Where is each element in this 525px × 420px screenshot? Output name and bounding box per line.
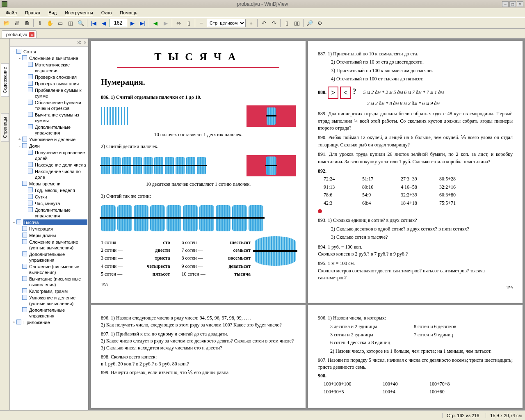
fit-page-icon[interactable]: ▯: [184, 18, 194, 28]
settings-icon[interactable]: ⚙: [315, 18, 325, 28]
outline-item[interactable]: Дополнительные упражнения: [11, 207, 87, 219]
outline-item[interactable]: Математические выражения: [11, 62, 87, 74]
panel-close-icon[interactable]: ×: [84, 40, 87, 46]
outline-item[interactable]: Дополнительные упражнения: [11, 251, 87, 263]
outline-item[interactable]: Вычитание (письменные вычисления): [11, 276, 87, 288]
outline-item[interactable]: Час, минута: [11, 200, 87, 207]
thousand-illustration: [255, 236, 296, 266]
tab-document[interactable]: proba.djvu ×: [2, 30, 37, 38]
outline-item[interactable]: Обозначение буквами точек и отрезков: [11, 99, 87, 112]
rotate-left-icon[interactable]: ↶: [259, 18, 269, 28]
menu-edit[interactable]: Правка: [22, 9, 43, 16]
close-tab-icon[interactable]: ×: [29, 32, 34, 37]
panel-gear-icon[interactable]: ✲: [77, 40, 81, 46]
outline-item[interactable]: Прибавление суммы к сумме: [11, 87, 87, 99]
window-title: proba.djvu - WinDjView: [237, 1, 288, 7]
outline-item[interactable]: Сложение (письменные вычисления): [11, 263, 87, 276]
outline-item[interactable]: Нахождение числа по доле: [11, 168, 87, 180]
forward-icon[interactable]: ▶: [161, 18, 171, 28]
menu-tools[interactable]: Инструменты: [62, 9, 96, 16]
info-icon[interactable]: ℹ: [35, 18, 45, 28]
hand-icon[interactable]: ✋: [45, 18, 55, 28]
outline-item[interactable]: Дополнительные упражнения: [11, 124, 87, 136]
outline-item[interactable]: -Доли: [11, 143, 87, 149]
outline-item[interactable]: Вычитание суммы из суммы: [11, 112, 87, 124]
status-page: Стр. 162 из 216: [442, 413, 479, 418]
toolbar: 📂 🖶 🗎 ℹ ✋ ▭ ◫ 🔍 |◀ ◀ ▶ ▶| ◀ ▶ ⇔ ▯ − Стр.…: [0, 17, 525, 29]
outline-item[interactable]: -Сотня: [11, 48, 87, 55]
outline-item[interactable]: -Меры времени: [11, 180, 87, 187]
outline-item[interactable]: Сложение и вычитание (устные вычисления): [11, 239, 87, 251]
page-158: ТЫСЯЧА Нумерация. 886. 1) Считай отдельн…: [91, 41, 306, 303]
outline-panel: ✲ × -Сотня-Сложение и вычитаниеМатематич…: [10, 39, 89, 410]
outline-item[interactable]: Меры длины: [11, 232, 87, 239]
layout-single-icon[interactable]: ▯: [282, 18, 292, 28]
layout-facing-icon[interactable]: ▯▯: [292, 18, 302, 28]
side-tab-contents[interactable]: Содержание: [1, 63, 9, 97]
open-icon[interactable]: 📂: [2, 18, 11, 28]
minimize-button[interactable]: –: [502, 1, 509, 7]
select-icon[interactable]: ▭: [55, 18, 65, 28]
back-icon[interactable]: ◀: [151, 18, 160, 28]
menu-help[interactable]: Помощь: [116, 9, 141, 16]
side-tab-strip: Содержание Страницы: [0, 39, 10, 410]
find-icon[interactable]: 🔎: [305, 18, 315, 28]
next-page-icon[interactable]: ▶: [128, 18, 137, 28]
outline-item[interactable]: Получение и сравнение долей: [11, 149, 87, 162]
page-161: 906. 1) Назови числа, в которых: 3 десят…: [308, 305, 523, 408]
outline-item[interactable]: Год, месяц, неделя: [11, 187, 87, 194]
document-view[interactable]: ТЫСЯЧА Нумерация. 886. 1) Считай отдельн…: [89, 39, 525, 410]
outline-item[interactable]: Килограмм, грамм: [11, 288, 87, 294]
document-tabs: proba.djvu ×: [0, 29, 525, 39]
page-160: 896. 1) Назови следующее число в ряду чи…: [91, 305, 306, 408]
rotate-right-icon[interactable]: ↷: [269, 18, 279, 28]
last-page-icon[interactable]: ▶|: [138, 18, 148, 28]
titlebar: proba.djvu - WinDjView – □ ×: [0, 0, 525, 8]
outline-item[interactable]: Нумерация: [11, 226, 87, 232]
page-number-input[interactable]: [109, 19, 127, 27]
outline-item[interactable]: +Приложение: [11, 319, 87, 326]
outline-item[interactable]: Дополнительные упражнения: [11, 307, 87, 319]
first-page-icon[interactable]: |◀: [89, 18, 98, 28]
print-icon[interactable]: 🖶: [12, 18, 22, 28]
prev-page-icon[interactable]: ◀: [99, 18, 109, 28]
zoom-select[interactable]: Стр. целиком: [207, 19, 246, 27]
outline-tree: -Сотня-Сложение и вычитаниеМатематически…: [10, 47, 88, 327]
outline-item[interactable]: Умножение и деление (устные вычисления): [11, 294, 87, 307]
outline-item[interactable]: Нахождение доли числа: [11, 162, 87, 168]
outline-item[interactable]: +Умножение и деление: [11, 136, 87, 143]
zoom-out-icon[interactable]: −: [196, 18, 206, 28]
outline-item[interactable]: Проверка вычитания: [11, 80, 87, 87]
app-icon: [2, 1, 7, 7]
page-159: 887. 1) Присчитывай по 10 к семидесяти д…: [308, 41, 523, 303]
zoom-tool-icon[interactable]: 🔍: [76, 18, 86, 28]
status-size: 15,9 x 20,74 см: [486, 413, 522, 418]
outline-item[interactable]: -Тысяча: [11, 219, 87, 226]
outline-item[interactable]: Проверка сложения: [11, 74, 87, 80]
side-tab-pages[interactable]: Страницы: [1, 113, 9, 142]
outline-item[interactable]: Сутки: [11, 194, 87, 200]
zoom-in-icon[interactable]: +: [246, 18, 256, 28]
menu-view[interactable]: Вид: [45, 9, 60, 16]
close-window-button[interactable]: ×: [517, 1, 523, 7]
outline-item[interactable]: -Сложение и вычитание: [11, 55, 87, 62]
marquee-icon[interactable]: ◫: [66, 18, 75, 28]
menu-file[interactable]: Файл: [2, 9, 20, 16]
menu-window[interactable]: Окно: [98, 9, 115, 16]
fit-width-icon[interactable]: ⇔: [173, 18, 183, 28]
statusbar: Стр. 162 из 216 15,9 x 20,74 см: [0, 410, 525, 420]
menubar: Файл Правка Вид Инструменты Окно Помощь: [0, 8, 525, 17]
export-icon[interactable]: 🗎: [22, 18, 32, 28]
maximize-button[interactable]: □: [509, 1, 516, 7]
